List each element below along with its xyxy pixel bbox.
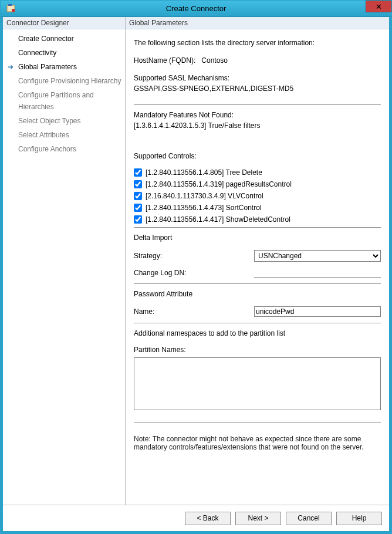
nav-item[interactable]: Connectivity: [4, 46, 124, 60]
pwd-name-input[interactable]: [254, 306, 381, 317]
main-header: Global Parameters: [126, 17, 389, 29]
control-label: [1.2.840.113556.1.4.473] SortControl: [146, 204, 261, 212]
control-row: [1.2.840.113556.1.4.473] SortControl: [134, 204, 381, 212]
mandatory-value: [1.3.6.1.4.1.4203.1.5.3] True/False filt…: [134, 121, 381, 130]
main-panel: Global Parameters The following section …: [126, 17, 389, 505]
svg-rect-2: [12, 9, 15, 12]
control-checkbox[interactable]: [134, 192, 142, 200]
nav-item-label: Global Parameters: [18, 61, 77, 73]
control-row: [1.2.840.113556.1.4.319] pagedResultsCon…: [134, 180, 381, 188]
cancel-button[interactable]: Cancel: [286, 512, 332, 525]
nav-item-label: Select Object Types: [18, 115, 81, 127]
partition-label: Partition Names:: [134, 346, 381, 354]
nav-item-label: Configure Provisioning Hierarchy: [18, 75, 121, 87]
mandatory-label: Mandatory Features Not Found:: [134, 111, 381, 119]
control-row: [2.16.840.1.113730.3.4.9] VLVControl: [134, 192, 381, 200]
control-checkbox[interactable]: [134, 168, 142, 177]
body-frame: Connector Designer Create ConnectorConne…: [1, 17, 391, 533]
main-scroll[interactable]: The following section lists the director…: [126, 29, 389, 505]
close-icon: ✕: [376, 3, 382, 11]
divider: [134, 323, 381, 323]
changelog-label: Change Log DN:: [134, 269, 254, 277]
nav-item-label: Connectivity: [18, 47, 56, 59]
nav-item-label: Configure Anchors: [18, 143, 76, 155]
nav-item-label: Select Attributes: [18, 129, 69, 141]
note-text: Note: The connector might not behave as …: [134, 435, 381, 451]
nav-item-label: Create Connector: [18, 33, 74, 45]
namespaces-heading: Additional namespaces to add to the part…: [134, 329, 381, 337]
strategy-row: Strategy: USNChanged: [134, 250, 381, 262]
window-title: Create Connector: [1, 4, 391, 13]
sasl-label: Supported SASL Mechanisms:: [134, 74, 381, 82]
nav-item-label: Configure Partitions and Hierarchies: [18, 89, 123, 113]
control-label: [1.2.840.113556.1.4.417] ShowDeletedCont…: [146, 215, 290, 224]
control-label: [1.2.840.113556.1.4.319] pagedResultsCon…: [146, 180, 292, 188]
nav-item: Configure Provisioning Hierarchy: [4, 74, 124, 88]
help-button[interactable]: Help: [336, 512, 382, 525]
pwd-name-label: Name:: [134, 307, 254, 316]
sidebar-header: Connector Designer: [3, 17, 125, 29]
close-button[interactable]: ✕: [366, 1, 391, 12]
nav-item: Configure Anchors: [4, 142, 124, 156]
sasl-block: Supported SASL Mechanisms: GSSAPI,GSS-SP…: [134, 74, 381, 93]
content-row: Connector Designer Create ConnectorConne…: [3, 17, 389, 505]
controls-list: [1.2.840.113556.1.4.805] Tree Delete[1.2…: [134, 168, 381, 224]
titlebar: Create Connector ✕: [1, 1, 391, 17]
nav-item: Select Object Types: [4, 114, 124, 128]
nav-list: Create ConnectorConnectivity➔Global Para…: [3, 29, 125, 158]
section-intro: The following section lists the director…: [134, 39, 381, 47]
control-checkbox[interactable]: [134, 204, 142, 212]
footer: < Back Next > Cancel Help: [3, 505, 389, 531]
back-button[interactable]: < Back: [185, 512, 231, 525]
arrow-right-icon: ➔: [8, 61, 13, 73]
control-checkbox[interactable]: [134, 180, 142, 188]
hostname-row: HostName (FQDN): Contoso: [134, 56, 381, 65]
partition-names-input[interactable]: [134, 357, 381, 410]
control-label: [2.16.840.1.113730.3.4.9] VLVControl: [146, 192, 263, 200]
control-row: [1.2.840.113556.1.4.805] Tree Delete: [134, 168, 381, 177]
app-icon: [4, 3, 18, 15]
pwd-name-row: Name:: [134, 306, 381, 317]
controls-title: Supported Controls:: [134, 152, 381, 160]
nav-item: Configure Partitions and Hierarchies: [4, 88, 124, 114]
password-heading: Password Attribute: [134, 290, 381, 298]
nav-item[interactable]: ➔Global Parameters: [4, 60, 124, 74]
hostname-label: HostName (FQDN):: [134, 56, 195, 65]
strategy-select[interactable]: USNChanged: [254, 250, 381, 262]
strategy-label: Strategy:: [134, 252, 254, 260]
sasl-value: GSSAPI,GSS-SPNEGO,EXTERNAL,DIGEST-MD5: [134, 85, 381, 93]
svg-rect-1: [8, 4, 12, 6]
window: Create Connector ✕ Connector Designer Cr…: [0, 0, 392, 534]
nav-item[interactable]: Create Connector: [4, 32, 124, 46]
changelog-row: Change Log DN:: [134, 268, 381, 278]
changelog-input[interactable]: [254, 268, 381, 278]
nav-item: Select Attributes: [4, 128, 124, 142]
sidebar: Connector Designer Create ConnectorConne…: [3, 17, 126, 505]
divider: [134, 104, 381, 105]
next-button[interactable]: Next >: [235, 512, 281, 525]
divider: [134, 283, 381, 284]
delta-heading: Delta Import: [134, 234, 381, 242]
divider: [134, 423, 381, 423]
control-checkbox[interactable]: [134, 215, 142, 224]
hostname-value: Contoso: [201, 56, 228, 65]
divider: [134, 227, 381, 228]
control-label: [1.2.840.113556.1.4.805] Tree Delete: [146, 168, 262, 177]
control-row: [1.2.840.113556.1.4.417] ShowDeletedCont…: [134, 215, 381, 224]
mandatory-block: Mandatory Features Not Found: [1.3.6.1.4…: [134, 111, 381, 130]
